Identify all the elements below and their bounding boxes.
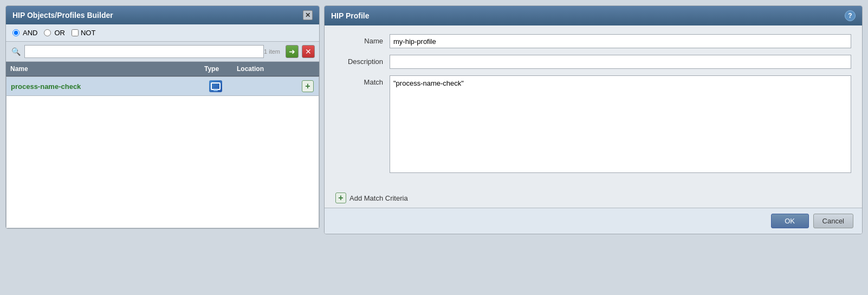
- left-panel-titlebar: HIP Objects/Profiles Builder ✕: [6, 6, 319, 24]
- table-header: Name Type Location: [6, 62, 319, 76]
- close-button[interactable]: ✕: [303, 10, 313, 20]
- name-row: Name: [335, 34, 851, 48]
- or-radio[interactable]: [44, 29, 51, 36]
- table-row[interactable]: process-name-check +: [7, 77, 319, 96]
- right-panel: HIP Profile ? Name Description Match "pr…: [324, 5, 863, 234]
- not-label: NOT: [81, 29, 95, 37]
- form-area: Name Description Match "process-name-che…: [325, 25, 862, 188]
- search-input-wrap: 1 item: [24, 45, 282, 58]
- search-icon: 🔍: [10, 46, 21, 57]
- logic-bar: AND OR NOT: [6, 24, 319, 42]
- row-add-cell: +: [297, 77, 319, 95]
- and-radio[interactable]: [12, 29, 20, 36]
- left-panel: HIP Objects/Profiles Builder ✕ AND OR NO…: [5, 5, 320, 229]
- table-body: process-name-check +: [6, 76, 319, 228]
- and-label: AND: [23, 29, 37, 37]
- row-location-cell: [232, 83, 297, 89]
- col-location-header: Location: [232, 65, 297, 73]
- match-textarea[interactable]: "process-name-check": [390, 75, 851, 173]
- right-panel-title: HIP Profile: [331, 11, 370, 20]
- type-icon: [209, 80, 222, 92]
- row-type-cell: [199, 77, 232, 95]
- bottom-bar: OK Cancel: [325, 208, 862, 234]
- name-label: Name: [335, 34, 390, 45]
- description-row: Description: [335, 55, 851, 69]
- or-label: OR: [54, 29, 65, 37]
- col-name-header: Name: [6, 65, 200, 73]
- move-button[interactable]: ➜: [286, 45, 299, 58]
- help-icon[interactable]: ?: [845, 10, 856, 21]
- ok-button[interactable]: OK: [771, 214, 809, 228]
- left-panel-title: HIP Objects/Profiles Builder: [12, 11, 113, 20]
- row-name-cell: process-name-check: [7, 79, 199, 94]
- cancel-button[interactable]: Cancel: [813, 214, 853, 228]
- add-match-label[interactable]: Add Match Criteria: [349, 194, 408, 202]
- item-count: 1 item: [264, 48, 282, 55]
- description-input[interactable]: [390, 55, 851, 69]
- search-input[interactable]: [24, 45, 264, 58]
- description-label: Description: [335, 55, 390, 66]
- right-panel-titlebar: HIP Profile ?: [325, 6, 862, 25]
- table-empty-area: [7, 96, 319, 204]
- or-radio-label[interactable]: OR: [44, 29, 65, 37]
- search-bar: 🔍 1 item ➜ ✕: [6, 42, 319, 62]
- add-match-icon[interactable]: +: [335, 193, 346, 203]
- col-type-header: Type: [200, 65, 232, 73]
- delete-button[interactable]: ✕: [302, 45, 315, 58]
- not-checkbox[interactable]: [72, 29, 79, 36]
- add-match-row[interactable]: + Add Match Criteria: [325, 188, 862, 208]
- name-input[interactable]: [390, 34, 851, 48]
- and-radio-label[interactable]: AND: [12, 29, 37, 37]
- add-row-button[interactable]: +: [302, 80, 314, 92]
- not-checkbox-label[interactable]: NOT: [72, 29, 95, 37]
- match-row: Match "process-name-check": [335, 75, 851, 173]
- match-label: Match: [335, 75, 390, 86]
- col-action-header: [297, 65, 319, 73]
